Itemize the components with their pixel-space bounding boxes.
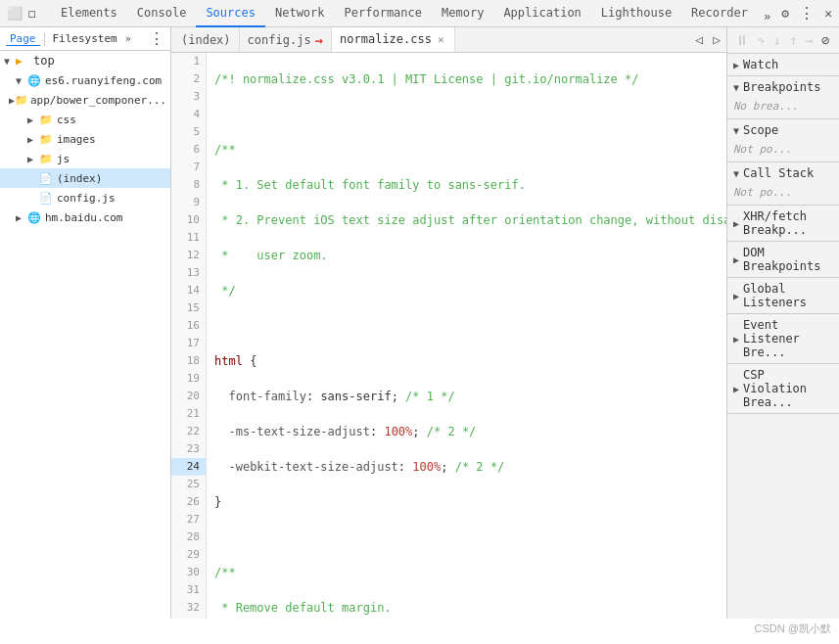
tab-network[interactable]: Network <box>265 0 335 27</box>
tab-performance[interactable]: Performance <box>335 0 432 27</box>
tab-recorder[interactable]: Recorder <box>681 0 758 27</box>
code-line-12: -webkit-text-size-adjust: 100%; /* 2 */ <box>214 458 719 476</box>
line-num-2[interactable]: 2 <box>171 70 206 88</box>
step-out-icon[interactable]: ↑ <box>787 31 799 49</box>
xhr-arrow-icon: ▶ <box>733 218 739 229</box>
step-over-icon[interactable]: ↷ <box>755 31 767 49</box>
watch-section: ▶ Watch <box>727 54 839 76</box>
domain-icon: 🌐 <box>27 74 43 87</box>
line-num-7[interactable]: 7 <box>171 159 206 176</box>
line-num-23[interactable]: 23 <box>171 440 206 458</box>
line-num-4[interactable]: 4 <box>171 106 206 123</box>
line-num-29[interactable]: 29 <box>171 546 206 564</box>
line-num-21[interactable]: 21 <box>171 405 206 423</box>
arrow-icon: ▶ <box>27 154 39 164</box>
line-num-3[interactable]: 3 <box>171 88 206 106</box>
tree-item-top[interactable]: ▼ ▶ top <box>0 51 170 70</box>
xhr-header[interactable]: ▶ XHR/fetch Breakp... <box>727 206 839 241</box>
breakpoints-body: No brea... <box>727 98 839 118</box>
line-num-22[interactable]: 22 <box>171 423 206 440</box>
code-line-1: /*! normalize.css v3.0.1 | MIT License |… <box>214 70 719 88</box>
tab-left-icon[interactable]: ◁ <box>691 30 707 49</box>
folder-icon: 📁 <box>39 153 55 165</box>
tab-console[interactable]: Console <box>127 0 197 27</box>
domain-icon: 🌐 <box>27 211 43 224</box>
scope-body: Not po... <box>727 141 839 161</box>
tree-menu-icon[interactable]: ⋮ <box>149 29 164 48</box>
line-num-16[interactable]: 16 <box>171 317 206 335</box>
tree-item-app[interactable]: ▶ 📁 app/bower_componer... <box>0 90 170 110</box>
tree-item-index[interactable]: 📄 (index) <box>0 168 170 188</box>
tree-item-css[interactable]: ▶ 📁 css <box>0 110 170 129</box>
devtools-icon1: ⬜ <box>8 6 22 20</box>
line-num-15[interactable]: 15 <box>171 299 206 317</box>
code-tab-configjs[interactable]: config.js → <box>240 27 332 53</box>
callstack-header[interactable]: ▼ Call Stack <box>727 162 839 184</box>
tab-right-icon[interactable]: ▷ <box>709 30 724 49</box>
tab-memory[interactable]: Memory <box>432 0 493 27</box>
tab-close-icon[interactable]: ✕ <box>436 33 446 46</box>
line-num-30[interactable]: 30 <box>171 564 206 581</box>
line-num-32[interactable]: 32 <box>171 599 206 617</box>
code-tab-normalize[interactable]: normalize.css ✕ <box>332 27 455 53</box>
deactivate-breakpoints-icon[interactable]: ⊘ <box>819 31 831 49</box>
line-num-11[interactable]: 11 <box>171 229 206 247</box>
watch-section-header[interactable]: ▶ Watch <box>727 54 839 75</box>
dom-header[interactable]: ▶ DOM Breakpoints <box>727 242 839 277</box>
tree-item-configjs[interactable]: 📄 config.js <box>0 188 170 207</box>
line-num-8[interactable]: 8 <box>171 176 206 194</box>
subtab-filesystem[interactable]: Filesystem <box>49 32 121 45</box>
tab-lighthouse[interactable]: Lighthouse <box>591 0 681 27</box>
line-num-20[interactable]: 20 <box>171 388 206 405</box>
breakpoints-header[interactable]: ▼ Breakpoints <box>727 76 839 98</box>
file-tree-header: Page Filesystem » ⋮ <box>0 27 170 51</box>
line-num-10[interactable]: 10 <box>171 211 206 229</box>
dom-label: DOM Breakpoints <box>743 246 833 273</box>
line-num-17[interactable]: 17 <box>171 335 206 352</box>
csp-header[interactable]: ▶ CSP Violation Brea... <box>727 364 839 413</box>
line-num-6[interactable]: 6 <box>171 141 206 159</box>
tree-item-js[interactable]: ▶ 📁 js <box>0 149 170 168</box>
line-num-31[interactable]: 31 <box>171 581 206 599</box>
scope-header[interactable]: ▼ Scope <box>727 119 839 141</box>
settings-icon[interactable]: ⚙ <box>776 5 794 23</box>
tree-item-hm[interactable]: ▶ 🌐 hm.baidu.com <box>0 207 170 227</box>
line-num-12[interactable]: 12 <box>171 247 206 264</box>
event-breakpoints-section: ▶ Event Listener Bre... <box>727 314 839 364</box>
step-into-icon[interactable]: ↓ <box>770 31 782 49</box>
subtab-page[interactable]: Page <box>6 32 40 46</box>
breakpoints-empty-text: No brea... <box>733 100 798 113</box>
line-num-1[interactable]: 1 <box>171 53 206 70</box>
global-header[interactable]: ▶ Global Listeners <box>727 278 839 313</box>
line-num-19[interactable]: 19 <box>171 370 206 388</box>
breakpoints-arrow-icon: ▼ <box>733 82 739 93</box>
line-num-28[interactable]: 28 <box>171 529 206 546</box>
step-icon[interactable]: → <box>803 31 815 49</box>
line-num-25[interactable]: 25 <box>171 476 206 493</box>
right-panel: ⏸ ↷ ↓ ↑ → ⊘ ▶ Watch ▼ Breakpoints <box>726 27 839 619</box>
more-tabs-button[interactable]: » <box>758 6 776 27</box>
tab-elements[interactable]: Elements <box>51 0 127 27</box>
line-num-24[interactable]: 24 <box>171 458 206 476</box>
arrow-icon: ▼ <box>4 56 16 67</box>
line-num-14[interactable]: 14 <box>171 282 206 299</box>
tab-application[interactable]: Application <box>493 0 590 27</box>
event-header[interactable]: ▶ Event Listener Bre... <box>727 314 839 363</box>
line-num-13[interactable]: 13 <box>171 264 206 282</box>
line-num-9[interactable]: 9 <box>171 194 206 211</box>
line-num-18[interactable]: 18 <box>171 352 206 370</box>
line-num-27[interactable]: 27 <box>171 511 206 529</box>
code-tab-index[interactable]: (index) <box>173 27 240 53</box>
line-num-5[interactable]: 5 <box>171 123 206 141</box>
line-num-26[interactable]: 26 <box>171 493 206 511</box>
tree-item-es6[interactable]: ▼ 🌐 es6.ruanyifeng.com <box>0 70 170 90</box>
tab-sources[interactable]: Sources <box>196 0 265 27</box>
more-options-icon[interactable]: ⋮ <box>798 5 816 23</box>
close-devtools-icon[interactable]: ✕ <box>819 5 837 23</box>
pause-icon[interactable]: ⏸ <box>733 31 751 49</box>
code-content[interactable]: /*! normalize.css v3.0.1 | MIT License |… <box>207 53 726 619</box>
line-num-33[interactable]: 33 <box>171 617 206 619</box>
code-line-16: * Remove default margin. <box>214 599 719 617</box>
tree-item-images[interactable]: ▶ 📁 images <box>0 129 170 149</box>
subtab-more[interactable]: » <box>125 33 131 44</box>
